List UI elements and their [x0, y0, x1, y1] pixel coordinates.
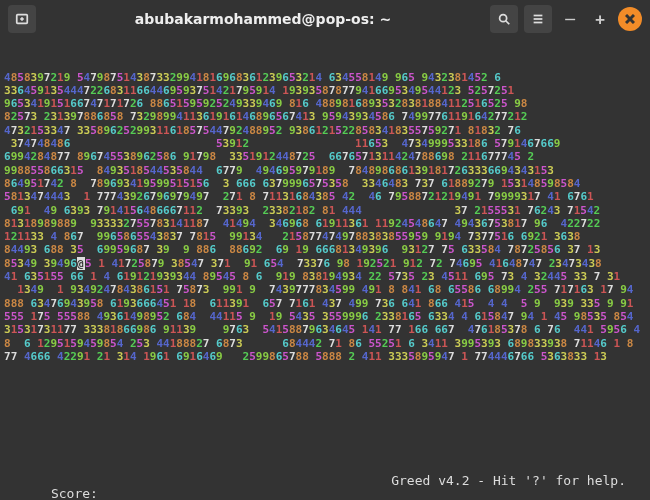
titlebar: abubakarmohammed@pop-os: ~ ─ +: [0, 0, 650, 38]
close-button[interactable]: [618, 7, 642, 31]
greed-grid: 4858397219 54798751438733299418169683612…: [4, 71, 646, 436]
help-hint: Greed v4.2 - Hit '?' for help.: [391, 474, 646, 500]
new-tab-button[interactable]: [8, 5, 36, 33]
minimize-button[interactable]: ─: [558, 7, 582, 31]
menu-button[interactable]: [524, 5, 552, 33]
search-button[interactable]: [490, 5, 518, 33]
terminal-viewport[interactable]: 4858397219 54798751438733299418169683612…: [0, 38, 650, 500]
window-title: abubakarmohammed@pop-os: ~: [42, 11, 484, 27]
player-cursor: @: [77, 257, 85, 270]
score-display: Score: 88 5.06%: [4, 474, 98, 500]
maximize-button[interactable]: +: [588, 7, 612, 31]
status-line: Score: 88 5.06% Greed v4.2 - Hit '?' for…: [4, 474, 646, 500]
svg-line-4: [506, 21, 510, 25]
svg-point-3: [500, 15, 507, 22]
